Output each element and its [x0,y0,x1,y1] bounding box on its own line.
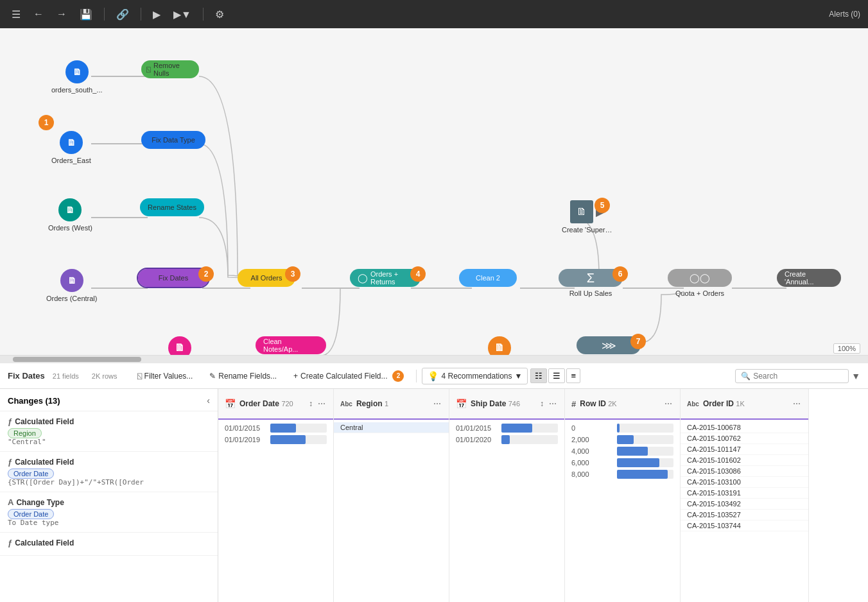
recommendations-button[interactable]: 💡 4 Recommendations ▼ [422,368,528,384]
col-more-region[interactable]: ⋯ [432,398,442,409]
calc-badge: 2 [392,370,404,382]
share-button[interactable]: 🔗 [112,6,133,23]
order-id-item-0[interactable]: CA-2015-100678 [681,422,808,433]
change-expr-2: To Date type [8,519,210,527]
scroll-thumb[interactable] [13,357,141,362]
node-clean2[interactable]: Clean 2 [459,269,517,287]
node-roll-up-sales[interactable]: Σ 6 Roll Up Sales [559,269,623,297]
search-options-button[interactable]: ▼ [851,371,860,381]
back-button[interactable]: ← [30,6,48,22]
node-create-supers-label: Create 'Supers... [562,226,613,234]
col-more-order-date[interactable]: ⋯ [317,398,327,409]
node-quota[interactable]: 🗎 Quota [488,336,511,356]
col-actions-order-id: ⋯ [792,398,802,409]
metadata-view-button[interactable]: ≡ [566,368,580,383]
node-orders-central[interactable]: 🗎 Orders (Central) [46,269,97,302]
search-box: 🔍 [735,369,849,383]
order-id-item-8[interactable]: CA-2015-103527 [681,510,808,520]
run-button[interactable]: ▶ [149,6,164,23]
node-orders-returns[interactable]: ◯ Orders + Returns 4 [350,269,421,287]
node-fix-data-type[interactable]: Fix Data Type [141,131,205,149]
forward-button[interactable]: → [53,6,71,22]
rec-label: 4 Recommendations [441,372,512,381]
view-buttons: ☷ ☰ ≡ [530,368,580,383]
node-returns-all[interactable]: 🗎 Returns (all) [161,336,199,356]
bar-label-0: 01/01/2015 [225,424,266,432]
col-sort-order-date[interactable]: ↕ [308,398,314,409]
node-orders-east[interactable]: 🗎 Orders_East [51,131,91,164]
region-item-central[interactable]: Central [334,422,449,433]
create-calc-field-button[interactable]: + Create Calculated Field... 2 [286,367,411,385]
settings-button[interactable]: ⚙ [211,6,228,23]
ship-bar-label-1: 01/01/2020 [456,436,498,443]
node-clean2-label: Clean 2 [476,274,500,282]
order-id-item-2[interactable]: CA-2015-101147 [681,444,808,455]
change-item-0[interactable]: ƒ Calculated Field Region "Central" [0,411,218,452]
search-input[interactable] [753,372,843,381]
node-create-supers[interactable]: 🗎 ▶ 5 Create 'Supers... [562,200,613,234]
order-id-item-1[interactable]: CA-2015-100762 [681,433,808,444]
col-name-row-id: Row ID [580,399,606,408]
order-id-item-4[interactable]: CA-2015-103086 [681,466,808,477]
node-roll-up-sales-label: Roll Up Sales [569,289,612,297]
filter-icon: ⍂ [137,372,142,381]
bar-fill-1 [270,435,306,444]
col-body-row-id: 0 2,000 4,000 [565,420,680,602]
rename-fields-button[interactable]: ✎ Rename Fields... [202,368,284,384]
change-item-2[interactable]: A Change Type Order Date To Date type [0,492,218,533]
node-fix-dates[interactable]: Fix Dates 2 [138,269,209,287]
col-type-icon-row-id: # [571,399,576,409]
order-id-item-5[interactable]: CA-2015-103100 [681,477,808,488]
canvas-scrollbar[interactable] [0,356,868,363]
col-sort-ship-date[interactable]: ↕ [539,398,545,409]
bottom-panel: Fix Dates 21 fields 2K rows ⍂ Filter Val… [0,363,868,602]
node-remove-nulls[interactable]: ⍂ Remove Nulls [141,60,199,78]
order-id-item-6[interactable]: CA-2015-103191 [681,488,808,499]
change-item-3[interactable]: ƒ Calculated Field [0,533,218,556]
col-more-row-id[interactable]: ⋯ [663,398,673,409]
run-options-button[interactable]: ▶▼ [169,6,195,23]
node-orders-south-label: orders_south_... [51,86,103,94]
order-id-item-7[interactable]: CA-2015-103492 [681,499,808,510]
bar-bg-0 [270,424,327,433]
rowid-bar-label-0: 0 [571,424,613,432]
node-rename-states[interactable]: Rename States [140,198,204,216]
alerts-label: Alerts (0) [829,10,860,19]
node-create-annual[interactable]: Create 'Annual... [777,269,841,287]
order-id-item-9[interactable]: CA-2015-103744 [681,520,808,531]
node-orders-returns-badge: 4 [410,266,426,282]
node-clean-notes[interactable]: Clean Notes/Ap... [256,336,326,354]
col-actions-region: ⋯ [432,398,442,409]
grid-view-button[interactable]: ☷ [530,368,547,383]
node-orders-south[interactable]: 🗎 orders_south_... [51,60,103,94]
rowid-bar-bg-3 [617,458,673,467]
collapse-changes-button[interactable]: ‹ [207,395,210,406]
sidebar-toggle-button[interactable]: ☰ [8,6,24,23]
change-tag-0: Region [8,429,210,438]
node-all-orders[interactable]: All Orders 3 [238,269,295,287]
col-header-order-date: 📅 Order Date 720 ↕ ⋯ [218,389,333,420]
node-pivot-quotas[interactable]: ⋙ 7 Pivot Quotas [577,336,641,356]
rowid-bar-label-1: 2,000 [571,436,613,443]
rowid-bar-bg-1 [617,435,673,444]
dt-separator [416,370,417,383]
list-view-button[interactable]: ☰ [548,368,565,383]
col-more-ship-date[interactable]: ⋯ [548,398,558,409]
col-more-order-id[interactable]: ⋯ [792,398,802,409]
change-type-2: A Change Type [8,497,210,507]
bar-fill-0 [270,424,296,433]
bar-bg-1 [270,435,327,444]
order-id-item-3[interactable]: CA-2015-101602 [681,455,808,466]
rows-meta: 2K rows [92,372,117,380]
change-item-1[interactable]: ƒ Calculated Field Order Date {STR([Orde… [0,452,218,492]
node-clean-notes-label: Clean Notes/Ap... [263,338,318,353]
node-quota-orders[interactable]: ◯◯ Quota + Orders [668,269,732,297]
chevron-down-icon: ▼ [515,372,523,381]
change-tag-2: Order Date [8,510,210,519]
save-button[interactable]: 💾 [76,6,96,23]
col-row-id: # Row ID 2K ⋯ 0 [565,389,681,602]
zoom-indicator: 100% [833,343,860,354]
rowid-bar-fill-0 [617,424,620,433]
filter-values-button[interactable]: ⍂ Filter Values... [130,368,200,384]
node-orders-west[interactable]: 🗎 Orders (West) [48,198,92,232]
